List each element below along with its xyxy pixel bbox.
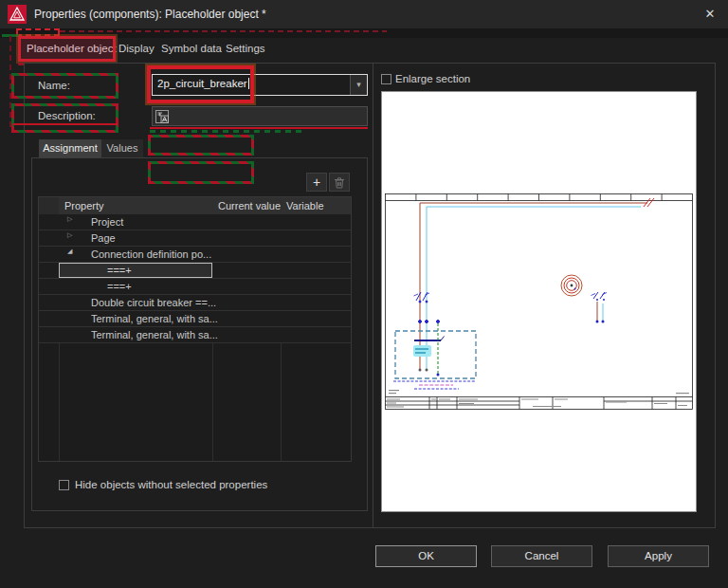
- title-bar[interactable]: Properties (components): Placeholder obj…: [0, 0, 728, 28]
- expander-collapsed-icon[interactable]: ▷: [67, 215, 72, 223]
- hide-objects-label: Hide objects without selected properties: [75, 479, 267, 490]
- eplan-logo-icon: [8, 5, 27, 24]
- table-row[interactable]: Terminal, general, with sa...: [39, 327, 351, 343]
- panel-divider: [373, 64, 373, 527]
- schematic-preview[interactable]: [381, 91, 697, 512]
- column-header-property[interactable]: Property: [64, 197, 104, 214]
- annotation-greendash-description-field: [150, 130, 301, 133]
- add-button[interactable]: +: [306, 173, 327, 192]
- coil-symbol: [561, 275, 582, 296]
- chevron-down-icon[interactable]: ▾: [350, 75, 367, 95]
- annotation-box-tab: [18, 36, 116, 62]
- annotation-box-name-label: [11, 73, 118, 99]
- window-title: Properties (components): Placeholder obj…: [34, 0, 266, 28]
- indicator-column-header: [39, 197, 59, 214]
- table-row[interactable]: Double circuit breaker ==...: [39, 295, 351, 311]
- row-label: Terminal, general, with sa...: [91, 327, 218, 342]
- tab-settings[interactable]: Settings: [226, 43, 265, 54]
- expander-expanded-icon[interactable]: ◢: [67, 248, 72, 255]
- enlarge-section-label: Enlarge section: [395, 73, 470, 84]
- row-label: Terminal, general, with sa...: [91, 311, 218, 326]
- table-row[interactable]: Terminal, general, with sa...: [39, 311, 351, 327]
- table-header[interactable]: Property Current value Variable: [39, 197, 351, 214]
- expander-collapsed-icon[interactable]: ▷: [67, 231, 72, 239]
- annotation-redline-description: [12, 123, 118, 125]
- properties-dialog: Properties (components): Placeholder obj…: [0, 0, 728, 588]
- row-label: ===+: [107, 279, 132, 294]
- annotation-dashed-fragment: [16, 28, 60, 36]
- ok-button[interactable]: OK: [375, 545, 477, 567]
- row-label: ===+: [107, 263, 132, 278]
- property-table[interactable]: Property Current value Variable ▷ Projec…: [38, 196, 352, 462]
- apply-button[interactable]: Apply: [608, 545, 709, 567]
- annotation-dark-dashed-line: [60, 30, 387, 32]
- table-row[interactable]: ◢ Connection definition po...: [39, 247, 351, 263]
- annotation-redline-description-field: [150, 127, 368, 129]
- annotation-box-name-input: [147, 65, 254, 103]
- tab-display[interactable]: Display: [118, 43, 155, 54]
- trash-icon: [334, 175, 345, 192]
- subtab-values[interactable]: Values: [101, 139, 143, 157]
- table-row[interactable]: ▷ Page: [39, 230, 351, 247]
- annotation-box-description-label: [11, 103, 118, 133]
- column-header-current-value[interactable]: Current value: [218, 197, 281, 214]
- highlighted-tag: [413, 345, 431, 357]
- selected-cell: [59, 263, 212, 278]
- enlarge-section-checkbox[interactable]: [381, 74, 391, 84]
- annotation-box-middle-1: [148, 135, 254, 156]
- hide-objects-checkbox[interactable]: [59, 480, 69, 490]
- delete-button[interactable]: [329, 173, 350, 192]
- tab-symbol-data[interactable]: Symbol data: [161, 43, 222, 54]
- cancel-button[interactable]: Cancel: [491, 545, 592, 567]
- column-header-variable[interactable]: Variable: [286, 197, 324, 214]
- subtab-assignment[interactable]: Assignment: [39, 139, 101, 157]
- description-field[interactable]: [152, 106, 368, 126]
- table-row[interactable]: ===+: [39, 279, 351, 295]
- close-icon[interactable]: ✕: [700, 5, 720, 24]
- multilanguage-text-icon[interactable]: [155, 110, 169, 127]
- row-label: Project: [91, 214, 123, 230]
- table-row[interactable]: ▷ Project: [39, 214, 351, 230]
- row-label: Page: [91, 230, 116, 246]
- row-label: Double circuit breaker ==...: [91, 295, 216, 310]
- table-row-selected[interactable]: ===+: [39, 263, 351, 279]
- row-label: Connection definition po...: [91, 247, 211, 262]
